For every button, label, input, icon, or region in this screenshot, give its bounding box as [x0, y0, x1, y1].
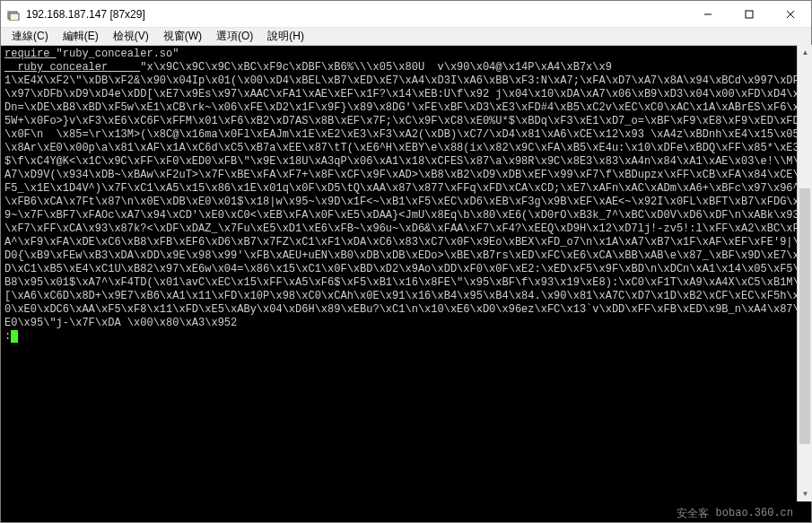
menu-edit[interactable]: 編輯(E): [56, 27, 106, 46]
footer-label: 安全客: [677, 506, 709, 521]
concealer-payload-body: 1\xE4X\xF2\"\xDB\xF2&\x90\x04Ip\x01(\x00…: [4, 74, 806, 329]
titlebar[interactable]: 192.168.187.147 [87x29]: [1, 1, 811, 28]
menu-help[interactable]: 說明(H): [260, 27, 311, 46]
svg-rect-3: [746, 11, 753, 18]
svg-rect-1: [10, 13, 19, 21]
terminal[interactable]: require "ruby_concealer.so" __ruby_conce…: [1, 46, 811, 504]
menu-window[interactable]: 視窗(W): [156, 27, 209, 46]
scroll-down-button[interactable]: ▼: [798, 486, 812, 501]
concealer-payload-start: "x\x9C\x9C\x9C\xBC\xF9c\xDBF\xB6%\\\x05\…: [140, 61, 612, 74]
footer: 安全客 bobao.360.cn: [1, 504, 811, 522]
footer-url: bobao.360.cn: [716, 507, 793, 519]
app-window: 192.168.187.147 [87x29] 連線(C) 編輯(E) 檢視(V…: [0, 0, 812, 523]
app-icon: [6, 7, 21, 22]
close-button[interactable]: [770, 1, 811, 28]
menu-options[interactable]: 選項(O): [209, 27, 260, 46]
scroll-track[interactable]: [798, 60, 812, 486]
scrollbar[interactable]: ▲ ▼: [797, 45, 812, 501]
cursor: [11, 330, 18, 343]
require-arg: "ruby_concealer.so": [57, 48, 179, 60]
menu-view[interactable]: 檢視(V): [106, 27, 156, 46]
concealer-call: __ruby_concealer__: [4, 61, 140, 74]
maximize-button[interactable]: [729, 1, 770, 28]
menubar: 連線(C) 編輯(E) 檢視(V) 視窗(W) 選項(O) 說明(H): [1, 28, 811, 46]
prompt: :: [4, 330, 11, 343]
scroll-thumb[interactable]: [799, 188, 810, 444]
menu-connect[interactable]: 連線(C): [4, 27, 56, 46]
minimize-button[interactable]: [687, 1, 729, 28]
scroll-up-button[interactable]: ▲: [798, 45, 812, 60]
require-keyword: require: [4, 48, 57, 60]
window-title: 192.168.187.147 [87x29]: [26, 8, 687, 21]
